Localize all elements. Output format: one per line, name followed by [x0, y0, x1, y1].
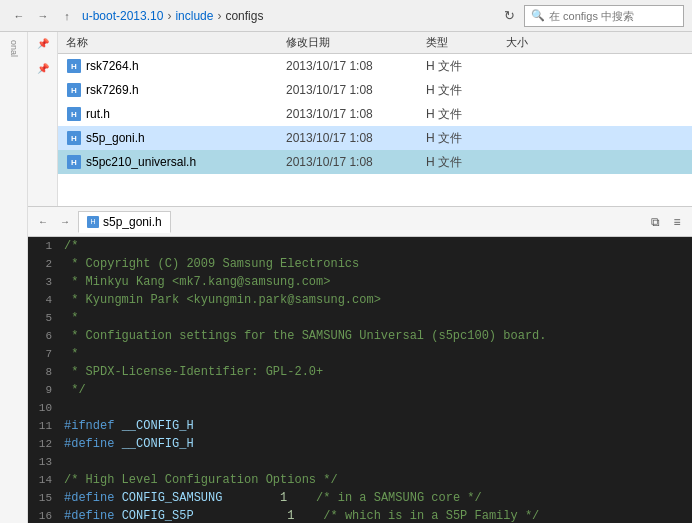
line-content: */	[60, 381, 692, 399]
line-content: * Minkyu Kang <mk7.kang@samsung.com>	[60, 273, 692, 291]
line-number: 12	[28, 435, 60, 453]
code-line-4: 4 * Kyungmin Park <kyungmin.park@samsung…	[28, 291, 692, 309]
line-number: 4	[28, 291, 60, 309]
file-type: H 文件	[426, 106, 506, 123]
code-line-1: 1 /*	[28, 237, 692, 255]
line-content: #define CONFIG_SAMSUNG 1 /* in a SAMSUNG…	[60, 489, 692, 507]
search-input[interactable]	[549, 10, 687, 22]
back-button[interactable]: ←	[8, 5, 30, 27]
sidebar-icons: 📌 📌	[28, 32, 58, 206]
file-row[interactable]: H rut.h 2013/10/17 1:08 H 文件	[58, 102, 692, 126]
file-row-selected[interactable]: H s5p_goni.h 2013/10/17 1:08 H 文件	[58, 126, 692, 150]
pin-icon[interactable]: 📌	[35, 36, 51, 51]
search-box: 🔍	[524, 5, 684, 27]
file-icon: H	[66, 82, 82, 98]
file-name: s5pc210_universal.h	[86, 155, 286, 169]
code-line-6: 6 * Configuation settings for the SAMSUN…	[28, 327, 692, 345]
editor-tab[interactable]: H s5p_goni.h	[78, 211, 171, 233]
code-line-3: 3 * Minkyu Kang <mk7.kang@samsung.com>	[28, 273, 692, 291]
breadcrumb-uboot[interactable]: u-boot-2013.10	[82, 9, 163, 23]
code-line-16: 16 #define CONFIG_S5P 1 /* which is in a…	[28, 507, 692, 523]
file-row-highlighted[interactable]: H s5pc210_universal.h 2013/10/17 1:08 H …	[58, 150, 692, 174]
code-line-9: 9 */	[28, 381, 692, 399]
line-content: /*	[60, 237, 692, 255]
main-content: onal 📌 📌 名称 修改日期 类型 大小 H	[0, 32, 692, 523]
content-area: 📌 📌 名称 修改日期 类型 大小 H rsk7264.h 2013/10/17…	[28, 32, 692, 523]
file-date: 2013/10/17 1:08	[286, 59, 426, 73]
header-size: 大小	[506, 35, 684, 50]
file-row[interactable]: H rsk7264.h 2013/10/17 1:08 H 文件	[58, 54, 692, 78]
file-row[interactable]: H rsk7269.h 2013/10/17 1:08 H 文件	[58, 78, 692, 102]
code-line-15: 15 #define CONFIG_SAMSUNG 1 /* in a SAMS…	[28, 489, 692, 507]
line-number: 15	[28, 489, 60, 507]
explorer-area: 📌 📌 名称 修改日期 类型 大小 H rsk7264.h 2013/10/17…	[28, 32, 692, 207]
breadcrumb-include[interactable]: include	[175, 9, 213, 23]
file-type: H 文件	[426, 58, 506, 75]
breadcrumb-sep-2: ›	[217, 9, 221, 23]
file-list: 名称 修改日期 类型 大小 H rsk7264.h 2013/10/17 1:0…	[58, 32, 692, 206]
code-line-5: 5 *	[28, 309, 692, 327]
nav-arrows: ← → ↑	[8, 5, 78, 27]
tab-file-icon: H	[87, 216, 99, 228]
pin-icon-2[interactable]: 📌	[35, 61, 51, 76]
file-icon: H	[66, 154, 82, 170]
line-content: * Copyright (C) 2009 Samsung Electronics	[60, 255, 692, 273]
breadcrumb-sep-1: ›	[167, 9, 171, 23]
line-number: 7	[28, 345, 60, 363]
line-content: #ifndef __CONFIG_H	[60, 417, 692, 435]
file-icon: H	[66, 130, 82, 146]
file-list-header: 名称 修改日期 类型 大小	[58, 32, 692, 54]
code-editor[interactable]: 1 /* 2 * Copyright (C) 2009 Samsung Elec…	[28, 237, 692, 523]
line-number: 2	[28, 255, 60, 273]
line-content: #define CONFIG_S5P 1 /* which is in a S5…	[60, 507, 692, 523]
menu-button[interactable]: ≡	[668, 213, 686, 231]
sidebar-label: onal	[9, 36, 19, 61]
line-content: #define __CONFIG_H	[60, 435, 692, 453]
line-number: 6	[28, 327, 60, 345]
line-content: *	[60, 309, 692, 327]
editor-header: ← → H s5p_goni.h ⧉ ≡	[28, 207, 692, 237]
forward-button[interactable]: →	[32, 5, 54, 27]
line-content: /* High Level Configuration Options */	[60, 471, 692, 489]
line-number: 10	[28, 399, 60, 417]
editor-forward-button[interactable]: →	[56, 213, 74, 231]
editor-actions: ⧉ ≡	[646, 213, 686, 231]
file-type: H 文件	[426, 154, 506, 171]
tab-label: s5p_goni.h	[103, 215, 162, 229]
file-icon: H	[66, 58, 82, 74]
line-number: 13	[28, 453, 60, 471]
file-date: 2013/10/17 1:08	[286, 107, 426, 121]
file-type: H 文件	[426, 130, 506, 147]
code-line-11: 11 #ifndef __CONFIG_H	[28, 417, 692, 435]
code-line-12: 12 #define __CONFIG_H	[28, 435, 692, 453]
line-content: *	[60, 345, 692, 363]
line-content: * Kyungmin Park <kyungmin.park@samsung.c…	[60, 291, 692, 309]
line-number: 14	[28, 471, 60, 489]
code-line-14: 14 /* High Level Configuration Options *…	[28, 471, 692, 489]
editor-back-button[interactable]: ←	[34, 213, 52, 231]
code-line-13: 13	[28, 453, 692, 471]
copy-button[interactable]: ⧉	[646, 213, 664, 231]
line-number: 9	[28, 381, 60, 399]
code-line-10: 10	[28, 399, 692, 417]
line-number: 5	[28, 309, 60, 327]
line-number: 11	[28, 417, 60, 435]
file-name: rsk7269.h	[86, 83, 286, 97]
nav-right: ↻ 🔍	[498, 5, 684, 27]
line-content	[60, 399, 692, 417]
file-name: rsk7264.h	[86, 59, 286, 73]
search-icon: 🔍	[531, 9, 545, 22]
line-number: 8	[28, 363, 60, 381]
line-content: * Configuation settings for the SAMSUNG …	[60, 327, 692, 345]
file-type: H 文件	[426, 82, 506, 99]
file-date: 2013/10/17 1:08	[286, 83, 426, 97]
breadcrumb: u-boot-2013.10 › include › configs	[82, 9, 494, 23]
code-line-8: 8 * SPDX-License-Identifier: GPL-2.0+	[28, 363, 692, 381]
line-number: 1	[28, 237, 60, 255]
header-name: 名称	[66, 35, 286, 50]
code-line-2: 2 * Copyright (C) 2009 Samsung Electroni…	[28, 255, 692, 273]
code-line-7: 7 *	[28, 345, 692, 363]
breadcrumb-configs: configs	[225, 9, 263, 23]
up-button[interactable]: ↑	[56, 5, 78, 27]
refresh-button[interactable]: ↻	[498, 5, 520, 27]
